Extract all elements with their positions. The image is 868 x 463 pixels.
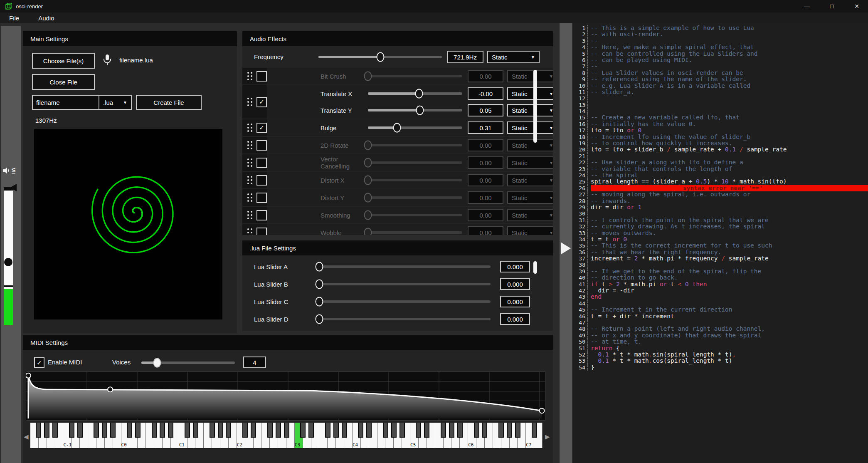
microphone-icon[interactable] [103, 54, 112, 66]
effect-mode-dropdown[interactable]: Static▼ [507, 209, 553, 221]
effect-slider[interactable] [368, 161, 462, 164]
lua-slider[interactable] [319, 318, 491, 320]
menu-audio[interactable]: Audio [36, 14, 57, 22]
effect-checkbox[interactable] [256, 175, 267, 186]
effect-mode-dropdown[interactable]: Static▼ [507, 156, 553, 169]
frequency-slider[interactable] [318, 56, 442, 58]
black-key[interactable] [284, 423, 289, 438]
voices-slider[interactable] [141, 361, 235, 364]
slider-thumb[interactable] [316, 297, 323, 307]
effect-value[interactable]: 0.05 [468, 104, 503, 116]
effect-checkbox[interactable]: ✓ [256, 123, 267, 133]
effect-value[interactable]: 0.00 [468, 70, 503, 82]
black-key[interactable] [36, 423, 41, 438]
slider-thumb[interactable] [364, 193, 372, 203]
black-key[interactable] [507, 423, 512, 438]
effect-mode-dropdown[interactable]: Static▼ [507, 174, 553, 186]
frequency-value[interactable]: 721.9Hz [447, 51, 483, 63]
black-key[interactable] [44, 423, 49, 438]
effect-mode-dropdown[interactable]: Static▼ [507, 191, 553, 204]
effect-checkbox[interactable] [256, 140, 267, 151]
effect-slider[interactable] [368, 144, 462, 146]
play-button[interactable] [561, 243, 571, 254]
black-key[interactable] [366, 423, 372, 438]
effect-mode-dropdown[interactable]: Static▼ [507, 226, 553, 235]
volume-slider[interactable] [4, 187, 13, 325]
black-key[interactable] [449, 423, 454, 438]
black-key[interactable] [482, 423, 487, 438]
drag-handle-icon[interactable] [247, 124, 252, 132]
close-file-button[interactable]: Close File [32, 74, 95, 90]
effect-slider[interactable] [368, 92, 462, 95]
black-key[interactable] [474, 423, 479, 438]
effect-value[interactable]: -0.00 [468, 87, 503, 100]
slider-thumb[interactable] [364, 176, 372, 185]
slider-thumb[interactable] [316, 262, 323, 272]
effect-slider[interactable] [368, 75, 462, 77]
menu-file[interactable]: File [7, 14, 22, 22]
create-file-button[interactable]: Create File [136, 95, 202, 110]
effect-slider[interactable] [368, 109, 462, 111]
effect-checkbox[interactable] [256, 210, 267, 220]
black-key[interactable] [210, 423, 215, 438]
drag-handle-icon[interactable] [247, 193, 252, 202]
effect-checkbox[interactable] [256, 71, 267, 82]
black-key[interactable] [358, 423, 363, 438]
black-key[interactable] [342, 423, 347, 438]
black-key[interactable] [135, 423, 141, 438]
slider-thumb[interactable] [364, 158, 372, 168]
drag-handle-icon[interactable] [247, 141, 252, 149]
black-key[interactable] [242, 423, 248, 438]
black-key[interactable] [226, 423, 231, 438]
black-key[interactable] [102, 423, 107, 438]
black-key[interactable] [515, 423, 520, 438]
black-key[interactable] [94, 423, 99, 438]
enable-midi-checkbox[interactable]: ✓ [34, 357, 44, 368]
effect-slider[interactable] [368, 179, 462, 181]
filename-input[interactable] [32, 95, 99, 110]
black-key[interactable] [532, 423, 537, 438]
effect-slider[interactable] [368, 196, 462, 199]
minimize-button[interactable]: — [800, 1, 814, 12]
lua-scrollbar[interactable] [533, 261, 537, 274]
effect-checkbox[interactable] [256, 228, 267, 235]
effect-mode-dropdown[interactable]: Static▼ [507, 70, 553, 82]
black-key[interactable] [168, 423, 173, 438]
black-key[interactable] [399, 423, 405, 438]
black-key[interactable] [383, 423, 388, 438]
slider-thumb[interactable] [393, 123, 401, 133]
lua-slider[interactable] [319, 300, 491, 303]
keyboard-scroll-right-icon[interactable]: ▶ [545, 433, 550, 441]
black-key[interactable] [391, 423, 397, 438]
drag-handle-icon[interactable] [247, 176, 252, 184]
effect-slider[interactable] [368, 214, 462, 216]
black-key[interactable] [457, 423, 463, 438]
slider-thumb[interactable] [415, 89, 423, 99]
adsr-envelope[interactable] [26, 371, 545, 421]
volume-slider-thumb[interactable] [4, 258, 12, 266]
black-key[interactable] [276, 423, 281, 438]
effect-value[interactable]: 0.00 [468, 139, 503, 151]
effect-slider[interactable] [368, 231, 462, 234]
slider-thumb[interactable] [376, 52, 384, 62]
black-key[interactable] [325, 423, 330, 438]
slider-thumb[interactable] [416, 106, 424, 115]
lua-slider-value[interactable]: 0.000 [500, 261, 530, 272]
black-key[interactable] [152, 423, 157, 438]
keyboard-scroll-left-icon[interactable]: ◀ [24, 433, 29, 441]
black-key[interactable] [308, 423, 314, 438]
effect-checkbox[interactable]: ✓ [256, 97, 267, 107]
effect-value[interactable]: 0.00 [468, 174, 503, 186]
effect-value[interactable]: 0.00 [468, 156, 503, 169]
black-key[interactable] [185, 423, 190, 438]
lua-slider-value[interactable]: 0.000 [500, 278, 530, 290]
black-key[interactable] [333, 423, 339, 438]
slider-thumb[interactable] [316, 314, 323, 324]
effect-mode-dropdown[interactable]: Static▼ [507, 104, 553, 116]
black-key[interactable] [69, 423, 74, 438]
black-key[interactable] [77, 423, 83, 438]
slider-thumb[interactable] [364, 141, 372, 150]
effect-checkbox[interactable] [256, 158, 267, 168]
choose-files-button[interactable]: Choose File(s) [32, 53, 95, 69]
black-key[interactable] [300, 423, 306, 438]
